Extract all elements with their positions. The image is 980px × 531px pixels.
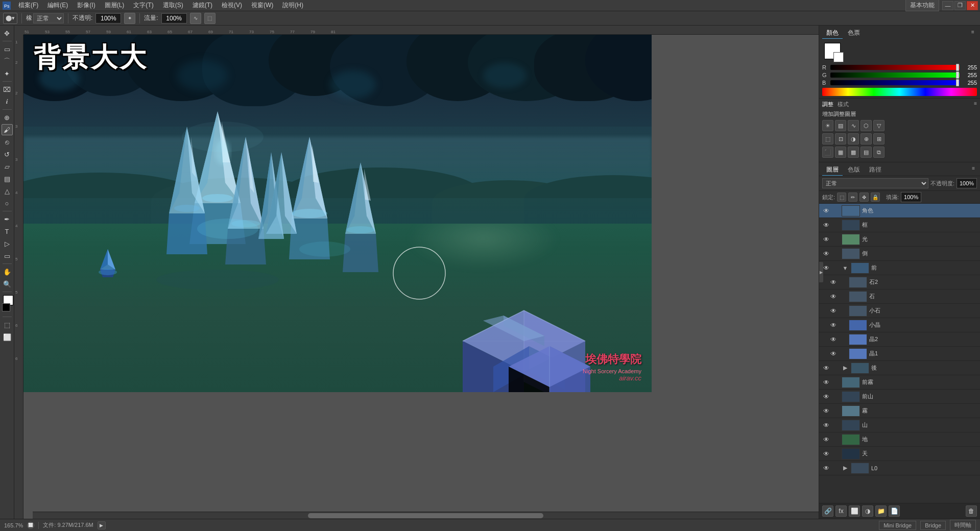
layer-eye-17[interactable]: 👁 <box>822 450 830 458</box>
layer-folder-expand-11[interactable]: ▶ <box>842 365 849 372</box>
menu-text[interactable]: 文字(T) <box>129 0 157 11</box>
adj-vibrance-icon[interactable]: ▽ <box>873 120 885 131</box>
canvas-viewport[interactable]: 背景大大 埃佛特學院 Night Sorcery Academy airav.c… <box>23 35 819 519</box>
add-style-btn[interactable]: fx <box>835 505 847 517</box>
adj-threshold-icon[interactable]: ▩ <box>848 147 859 158</box>
tab-swatches[interactable]: 色票 <box>844 28 864 39</box>
lock-image-btn[interactable]: ✏ <box>848 192 857 202</box>
menu-edit[interactable]: 編輯(E) <box>43 0 72 11</box>
adj-posterize-icon[interactable]: ▦ <box>835 147 846 158</box>
adj-curves-icon[interactable]: ∿ <box>848 120 859 131</box>
layer-item-13[interactable]: 👁 前山 <box>819 390 980 404</box>
brush-tool[interactable]: 🖌 <box>2 124 13 135</box>
dodge-tool[interactable]: ○ <box>2 198 13 209</box>
close-button[interactable]: ✕ <box>967 1 978 10</box>
layer-item-6[interactable]: 👁 石 <box>819 289 980 304</box>
lock-all-btn[interactable]: 🔒 <box>871 192 880 202</box>
tab-layers[interactable]: 圖層 <box>822 164 843 176</box>
text-tool[interactable]: T <box>2 226 13 237</box>
adj-invert-icon[interactable]: ⬛ <box>822 147 833 158</box>
layer-item-10[interactable]: 👁 晶1 <box>819 347 980 361</box>
opacity-input[interactable] <box>95 13 121 23</box>
mini-bridge-btn[interactable]: Mini Bridge <box>879 521 916 530</box>
timeline-btn[interactable]: 時間軸 <box>950 520 976 530</box>
adj-hsl-icon[interactable]: ⬚ <box>822 133 833 144</box>
layer-eye-6[interactable]: 👁 <box>829 293 838 301</box>
layer-eye-15[interactable]: 👁 <box>822 421 830 429</box>
link-layers-btn[interactable]: 🔗 <box>822 505 833 517</box>
adj-bw-icon[interactable]: ◑ <box>848 133 859 144</box>
layer-eye-10[interactable]: 👁 <box>829 350 838 358</box>
add-adjustment-btn[interactable]: ◑ <box>862 505 873 517</box>
wand-tool[interactable]: ✦ <box>2 68 13 79</box>
smoothing-icon[interactable]: ∿ <box>190 13 201 24</box>
layer-item-14[interactable]: 👁 霧 <box>819 404 980 418</box>
menu-window[interactable]: 視窗(W) <box>247 0 277 11</box>
maximize-button[interactable]: ❐ <box>954 1 966 10</box>
adj-levels-icon[interactable]: ▤ <box>835 120 846 131</box>
g-slider[interactable] <box>830 73 960 78</box>
pen-tool[interactable]: ✒ <box>2 213 13 225</box>
play-btn[interactable]: ▶ <box>98 521 106 529</box>
layer-item-16[interactable]: 👁 地 <box>819 432 980 447</box>
screen-mode-tool[interactable]: ⬜ <box>2 331 13 343</box>
brush-mode-select[interactable]: 橡 正常 <box>26 13 64 23</box>
workspace-dropdown[interactable]: 基本功能 <box>905 0 939 11</box>
bridge-btn[interactable]: Bridge <box>920 521 946 530</box>
scrollbar-thumb-h[interactable] <box>308 513 544 518</box>
layer-eye-0[interactable]: 👁 <box>822 207 830 215</box>
tab-channels[interactable]: 色版 <box>844 164 864 176</box>
adj-gradientmap-icon[interactable]: ▤ <box>861 147 872 158</box>
layer-eye-14[interactable]: 👁 <box>822 407 830 415</box>
lock-position-btn[interactable]: ✥ <box>859 192 869 202</box>
menu-filter[interactable]: 濾鏡(T) <box>188 0 217 11</box>
clone-tool[interactable]: ⎋ <box>2 136 13 148</box>
brush-preset-btn[interactable]: ⬤▾ <box>3 13 17 24</box>
tab-adjustments[interactable]: 調整 <box>822 101 833 108</box>
lock-transparent-btn[interactable]: ⬚ <box>837 192 846 202</box>
tab-color[interactable]: 顏色 <box>822 28 843 39</box>
shape-tool[interactable]: ▭ <box>2 250 13 261</box>
layer-eye-7[interactable]: 👁 <box>829 307 838 315</box>
adj-channelmixer-icon[interactable]: ⊞ <box>873 133 885 144</box>
layer-folder-expand-18[interactable]: ▶ <box>842 465 849 472</box>
layer-eye-9[interactable]: 👁 <box>829 335 838 344</box>
blend-mode-selector[interactable]: 正常 <box>33 13 64 23</box>
flow-input[interactable] <box>161 13 187 23</box>
layer-item-18[interactable]: 👁 ▶ L0 <box>819 461 980 475</box>
add-layer-btn[interactable]: 📄 <box>889 505 900 517</box>
menu-file[interactable]: 檔案(F) <box>14 0 42 11</box>
tab-styles[interactable]: 樣式 <box>838 101 849 108</box>
menu-view[interactable]: 檢視(V) <box>218 0 246 11</box>
marquee-tool[interactable]: ▭ <box>2 43 13 55</box>
layer-item-0[interactable]: 👁 角色 <box>819 204 980 218</box>
layer-eye-8[interactable]: 👁 <box>829 321 838 329</box>
layer-item-8[interactable]: 👁 小晶 <box>819 318 980 332</box>
eraser-tool[interactable]: ▱ <box>2 161 13 172</box>
background-swatch[interactable] <box>833 52 844 62</box>
layer-item-9[interactable]: 👁 晶2 <box>819 332 980 347</box>
layers-menu-btn[interactable]: ≡ <box>970 164 977 176</box>
panel-menu-btn[interactable]: ≡ <box>969 28 977 36</box>
layer-item-5[interactable]: 👁 石2 <box>819 275 980 289</box>
delete-layer-btn[interactable]: 🗑 <box>966 505 977 517</box>
move-tool[interactable]: ✥ <box>2 28 13 39</box>
adj-selectivecolor-icon[interactable]: ⧉ <box>873 147 885 158</box>
layer-eye-2[interactable]: 👁 <box>822 235 830 244</box>
adj-colorbalance-icon[interactable]: ⊡ <box>835 133 846 144</box>
background-color[interactable] <box>2 303 10 311</box>
add-folder-btn[interactable]: 📁 <box>875 505 887 517</box>
color-spectrum[interactable] <box>822 88 977 96</box>
hand-tool[interactable]: ✋ <box>2 266 13 277</box>
zoom-tool[interactable]: 🔍 <box>2 278 13 289</box>
layer-eye-5[interactable]: 👁 <box>829 278 838 286</box>
layer-eye-3[interactable]: 👁 <box>822 250 830 258</box>
layer-fill-input[interactable] <box>901 192 921 202</box>
lasso-tool[interactable]: ⌒ <box>2 56 13 67</box>
adj-photofilter-icon[interactable]: ⊕ <box>861 133 872 144</box>
quick-mask-tool[interactable]: ⬚ <box>2 319 13 330</box>
layer-item-17[interactable]: 👁 天 <box>819 447 980 461</box>
layer-item-15[interactable]: 👁 山 <box>819 418 980 432</box>
crop-tool[interactable]: ⌧ <box>2 84 13 95</box>
eyedropper-tool[interactable]: 𝒊 <box>2 96 13 107</box>
